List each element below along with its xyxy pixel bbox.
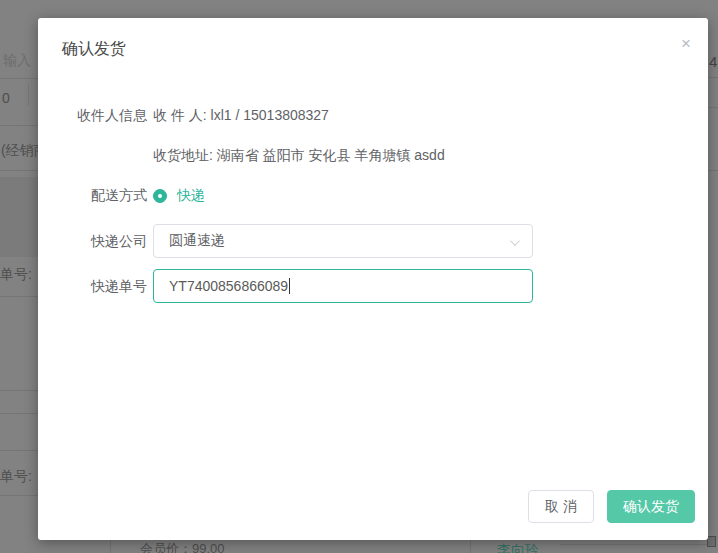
express-company-value: 圆通速递 xyxy=(169,232,225,250)
confirm-shipment-button[interactable]: 确认发货 xyxy=(607,490,695,523)
bg-name-fragment: 李向玲 xyxy=(497,542,539,553)
bg-page-icon xyxy=(707,536,716,547)
recipient-info-label: 收件人信息 xyxy=(62,107,147,125)
bg-zero-fragment: 0 xyxy=(2,90,10,106)
express-company-row: 快递公司 圆通速递 xyxy=(38,224,708,258)
bg-placeholder-fragment: 输入 xyxy=(3,52,31,70)
dialog-title: 确认发货 xyxy=(62,39,126,60)
bg-divider xyxy=(560,544,708,545)
bg-divider xyxy=(708,107,718,108)
bg-divider xyxy=(0,296,38,297)
tracking-number-row: 快递单号 YT7400856866089 xyxy=(38,269,708,303)
bg-divider xyxy=(0,78,38,79)
bg-column-divider xyxy=(110,540,111,553)
bg-table-header-band xyxy=(0,177,38,257)
delivery-express-radio[interactable]: 快递 xyxy=(153,187,205,205)
bg-divider xyxy=(0,450,38,451)
address-row: 收货地址: 湖南省 益阳市 安化县 羊角塘镇 asdd xyxy=(38,147,708,165)
express-company-label: 快递公司 xyxy=(62,233,147,251)
address-value: 收货地址: 湖南省 益阳市 安化县 羊角塘镇 asdd xyxy=(153,147,445,165)
bg-divider xyxy=(708,77,718,78)
recipient-info-row: 收件人信息 收 件 人: lxl1 / 15013808327 xyxy=(38,107,708,125)
bg-divider xyxy=(0,413,38,414)
bg-divider xyxy=(0,125,38,126)
bg-price-fragment: 会员价：99.00 xyxy=(140,540,225,553)
delivery-method-label: 配送方式 xyxy=(62,187,147,205)
text-cursor xyxy=(289,278,290,294)
close-icon[interactable]: × xyxy=(681,35,691,52)
tracking-number-value: YT7400856866089 xyxy=(169,278,288,294)
bg-divider xyxy=(0,495,38,496)
tracking-number-label: 快递单号 xyxy=(62,278,147,296)
bg-divider xyxy=(0,390,38,391)
delivery-method-row: 配送方式 快递 xyxy=(38,187,708,205)
delivery-express-label: 快递 xyxy=(177,187,205,205)
tracking-number-input[interactable]: YT7400856866089 xyxy=(153,269,533,303)
recipient-value: 收 件 人: lxl1 / 15013808327 xyxy=(153,107,329,125)
cancel-button[interactable]: 取 消 xyxy=(528,490,594,523)
bg-divider xyxy=(0,170,38,171)
bg-number-fragment: 4 xyxy=(709,53,717,70)
dialog-footer: 取 消 确认发货 xyxy=(528,490,695,523)
bg-order-no-fragment: 单号: xyxy=(0,266,32,284)
bg-divider xyxy=(28,84,29,106)
bg-column-divider xyxy=(470,540,471,553)
bg-divider xyxy=(708,170,718,171)
bg-order-no-fragment: 单号: xyxy=(0,468,32,486)
confirm-shipment-dialog: 确认发货 × 收件人信息 收 件 人: lxl1 / 15013808327 收… xyxy=(38,18,708,540)
radio-selected-icon xyxy=(153,189,167,203)
express-company-select[interactable]: 圆通速递 xyxy=(153,224,533,258)
chevron-down-icon xyxy=(510,236,520,246)
